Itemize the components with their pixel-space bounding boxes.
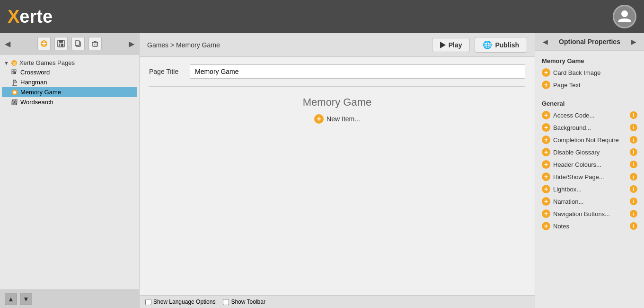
prop-card-back-image-label: Card Back Image — [553, 69, 637, 76]
tree-item-hangman[interactable]: Hangman — [2, 77, 137, 87]
prop-page-text-label: Page Text — [553, 82, 637, 89]
info-icon: i — [630, 161, 637, 168]
save-button[interactable] — [54, 37, 68, 50]
svg-rect-31 — [12, 101, 13, 103]
play-button[interactable]: Play — [432, 38, 470, 52]
prop-add-icon: + — [542, 68, 550, 77]
tree-item-memory-game[interactable]: Memory Game — [2, 87, 137, 97]
prop-background[interactable]: + Background... i — [535, 121, 644, 134]
prop-navigation-buttons[interactable]: + Navigation Buttons... i — [535, 208, 644, 220]
prop-add-icon: + — [542, 148, 550, 156]
prop-access-code[interactable]: + Access Code... i — [535, 109, 644, 121]
show-language-options-item: Show Language Options — [145, 299, 215, 305]
center-actions: Play 🌐 Publish — [432, 37, 527, 53]
svg-rect-5 — [59, 40, 63, 43]
duplicate-button[interactable] — [71, 37, 85, 50]
publish-button[interactable]: 🌐 Publish — [475, 37, 527, 53]
svg-rect-3 — [42, 43, 46, 44]
prop-hide-show-page-label: Hide/Show Page... — [553, 173, 627, 181]
tree-item-wordsearch[interactable]: Wordsearch — [2, 97, 137, 107]
app-header: X erte — [0, 0, 644, 33]
info-icon: i — [630, 148, 637, 156]
tree-item-crossword[interactable]: Crossword — [2, 67, 137, 77]
left-toolbar-buttons — [37, 37, 102, 50]
prop-narration[interactable]: + Narration... i — [535, 195, 644, 208]
svg-rect-36 — [16, 103, 17, 105]
prop-add-icon: + — [542, 160, 550, 169]
new-item-button[interactable]: + New Item... — [314, 114, 360, 124]
section-title-general: General — [535, 97, 644, 109]
tree-root-label: Xerte Games Pages — [19, 59, 75, 66]
prop-disable-glossary[interactable]: + Disable Glossary i — [535, 146, 644, 158]
new-item-plus-icon: + — [314, 114, 324, 124]
prop-narration-label: Narration... — [553, 198, 627, 205]
svg-rect-35 — [14, 103, 15, 105]
avatar[interactable] — [613, 5, 636, 28]
copy-icon — [74, 40, 82, 47]
right-nav-arrows: ◀ — [542, 38, 549, 45]
info-icon: i — [630, 173, 637, 181]
prop-lightbox[interactable]: + Lightbox... i — [535, 183, 644, 195]
prop-add-icon: + — [542, 197, 550, 206]
page-title-input[interactable] — [190, 64, 525, 79]
main-layout: ◀ — [0, 33, 644, 308]
center-footer: Show Language Options Show Toolbar — [140, 295, 535, 308]
svg-text:☰: ☰ — [12, 61, 16, 65]
section-title-memory-game: Memory Game — [535, 54, 644, 66]
user-avatar-icon — [617, 9, 632, 24]
hangman-label: Hangman — [20, 79, 47, 86]
prop-header-colours[interactable]: + Header Colours... i — [535, 158, 644, 171]
prop-lightbox-label: Lightbox... — [553, 186, 627, 193]
add-item-button[interactable] — [37, 37, 51, 50]
prop-completion-not-required[interactable]: + Completion Not Require i — [535, 134, 644, 146]
move-down-button[interactable]: ▼ — [20, 293, 32, 305]
info-icon: i — [630, 222, 637, 230]
prop-access-code-label: Access Code... — [553, 112, 627, 119]
prop-card-back-image[interactable]: + Card Back Image — [535, 66, 644, 79]
show-language-options-checkbox[interactable] — [145, 299, 151, 305]
crossword-icon — [11, 69, 18, 76]
svg-rect-20 — [14, 72, 16, 74]
section-divider — [542, 94, 637, 94]
info-icon: i — [630, 111, 637, 119]
prop-add-icon: + — [542, 111, 550, 119]
prop-page-text[interactable]: + Page Text — [535, 79, 644, 91]
play-icon — [440, 42, 446, 48]
svg-rect-28 — [12, 100, 13, 101]
expand-right-btn[interactable]: ▶ — [129, 39, 134, 48]
info-icon: i — [630, 124, 637, 131]
memory-game-label: Memory Game — [20, 89, 61, 96]
right-expand-btn[interactable]: ▶ — [630, 38, 637, 45]
tree-area: ▼ ☰ Xerte Games Pages Crossword — [0, 54, 139, 290]
svg-rect-7 — [60, 44, 61, 46]
prop-hide-show-page[interactable]: + Hide/Show Page... i — [535, 171, 644, 183]
prop-add-icon: + — [542, 81, 550, 89]
tree-root[interactable]: ▼ ☰ Xerte Games Pages — [2, 58, 137, 67]
prop-header-colours-label: Header Colours... — [553, 161, 627, 168]
collapse-left-btn[interactable]: ◀ — [5, 39, 10, 48]
show-language-options-label: Show Language Options — [153, 299, 215, 305]
content-heading: Memory Game — [303, 96, 371, 109]
logo-rest-text: erte — [19, 7, 53, 27]
logo-x-letter: X — [8, 7, 19, 27]
hangman-icon — [11, 79, 18, 86]
info-icon: i — [630, 185, 637, 193]
info-icon: i — [630, 198, 637, 205]
svg-rect-30 — [16, 100, 17, 101]
svg-rect-9 — [75, 41, 79, 45]
right-panel-title: Optional Properties — [559, 38, 620, 45]
delete-button[interactable] — [88, 37, 102, 50]
show-toolbar-checkbox[interactable] — [223, 299, 229, 305]
prop-navigation-buttons-label: Navigation Buttons... — [553, 210, 627, 217]
publish-label: Publish — [495, 41, 519, 49]
svg-rect-10 — [93, 42, 97, 46]
breadcrumb-current: Memory Game — [176, 41, 220, 49]
move-up-button[interactable]: ▲ — [5, 293, 17, 305]
right-collapse-btn[interactable]: ◀ — [542, 38, 549, 45]
breadcrumb-separator: > — [170, 41, 176, 49]
save-icon — [57, 40, 65, 47]
svg-point-25 — [15, 81, 17, 83]
wordsearch-icon — [11, 99, 18, 106]
center-panel: Games > Memory Game Play 🌐 Publish Page … — [140, 33, 535, 308]
prop-notes[interactable]: + Notes i — [535, 220, 644, 232]
